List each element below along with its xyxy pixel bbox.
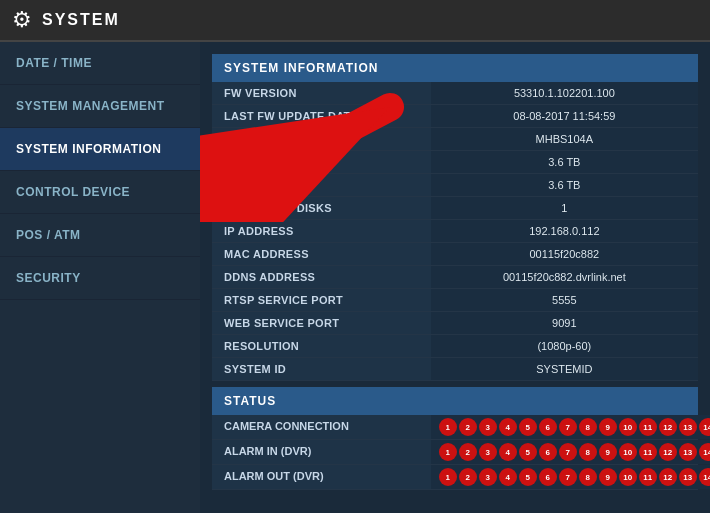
info-label: DISK CAPACITY (212, 151, 431, 174)
sidebar-item-security[interactable]: SECURITY (0, 257, 200, 300)
status-row: CAMERA CONNECTION12345678910111213141516 (212, 415, 698, 440)
header: ⚙ SYSTEM (0, 0, 710, 42)
sidebar: DATE / TIME SYSTEM MANAGEMENT SYSTEM INF… (0, 42, 200, 513)
page-title: SYSTEM (42, 11, 120, 29)
info-value: 3.6 TB (431, 151, 698, 174)
info-value: MHBS104A (431, 128, 698, 151)
camera-badge[interactable]: 6 (539, 468, 557, 486)
status-row: ALARM OUT (DVR)12345678910111213141516 (212, 465, 698, 490)
camera-badge[interactable]: 9 (599, 468, 617, 486)
camera-badge[interactable]: 8 (579, 418, 597, 436)
camera-badge[interactable]: 3 (479, 418, 497, 436)
info-label: DDNS ADDRESS (212, 266, 431, 289)
info-value: 53310.1.102201.100 (431, 82, 698, 105)
info-value: 1 (431, 197, 698, 220)
camera-badge[interactable]: 12 (659, 418, 677, 436)
info-value: 192.168.0.112 (431, 220, 698, 243)
camera-badge[interactable]: 10 (619, 418, 637, 436)
sidebar-item-control-device[interactable]: CONTROL DEVICE (0, 171, 200, 214)
table-row: DISK CAPACITY 3.6 TB (212, 151, 698, 174)
camera-badge[interactable]: 7 (559, 443, 577, 461)
status-label: CAMERA CONNECTION (212, 415, 431, 439)
camera-badge[interactable]: 13 (679, 443, 697, 461)
sidebar-item-system-information[interactable]: SYSTEM INFORMATION (0, 128, 200, 171)
camera-badge[interactable]: 14 (699, 468, 710, 486)
info-label: DISK USAGE (212, 174, 431, 197)
camera-badge[interactable]: 11 (639, 418, 657, 436)
camera-badge[interactable]: 2 (459, 468, 477, 486)
sidebar-item-system-management[interactable]: SYSTEM MANAGEMENT (0, 85, 200, 128)
camera-badge[interactable]: 3 (479, 468, 497, 486)
status-section: STATUS CAMERA CONNECTION1234567891011121… (212, 387, 698, 490)
camera-badge[interactable]: 8 (579, 468, 597, 486)
camera-badge[interactable]: 14 (699, 418, 710, 436)
info-value: 00115f20c882 (431, 243, 698, 266)
info-label: SYSTEM ID (212, 358, 431, 381)
table-row: WEB SERVICE PORT 9091 (212, 312, 698, 335)
camera-badge[interactable]: 2 (459, 443, 477, 461)
status-badges: 12345678910111213141516 (431, 465, 710, 489)
camera-badge[interactable]: 7 (559, 418, 577, 436)
table-row: RTSP SERVICE PORT 5555 (212, 289, 698, 312)
table-row: HW VERSION MHBS104A (212, 128, 698, 151)
table-row: SYSTEM ID SYSTEMID (212, 358, 698, 381)
camera-badge[interactable]: 1 (439, 468, 457, 486)
status-label: ALARM IN (DVR) (212, 440, 431, 464)
camera-badge[interactable]: 13 (679, 468, 697, 486)
info-value: 9091 (431, 312, 698, 335)
info-value: 00115f20c882.dvrlink.net (431, 266, 698, 289)
status-badges: 12345678910111213141516 (431, 415, 710, 439)
table-row: LAST FW UPDATE DATE 08-08-2017 11:54:59 (212, 105, 698, 128)
camera-badge[interactable]: 12 (659, 443, 677, 461)
info-label: RTSP SERVICE PORT (212, 289, 431, 312)
camera-badge[interactable]: 6 (539, 443, 557, 461)
info-label: WEB SERVICE PORT (212, 312, 431, 335)
status-badges: 12345678910111213141516 (431, 440, 710, 464)
camera-badge[interactable]: 8 (579, 443, 597, 461)
camera-badge[interactable]: 11 (639, 443, 657, 461)
camera-badge[interactable]: 12 (659, 468, 677, 486)
info-label: RESOLUTION (212, 335, 431, 358)
camera-badge[interactable]: 13 (679, 418, 697, 436)
info-value: 08-08-2017 11:54:59 (431, 105, 698, 128)
main-layout: DATE / TIME SYSTEM MANAGEMENT SYSTEM INF… (0, 42, 710, 513)
system-info-table: FW VERSION 53310.1.102201.100 LAST FW UP… (212, 82, 698, 381)
info-label: FW VERSION (212, 82, 431, 105)
system-icon: ⚙ (12, 7, 32, 33)
camera-badge[interactable]: 11 (639, 468, 657, 486)
camera-badge[interactable]: 10 (619, 468, 637, 486)
camera-badge[interactable]: 10 (619, 443, 637, 461)
info-label: NUMBER OF DISKS (212, 197, 431, 220)
sidebar-item-pos-atm[interactable]: POS / ATM (0, 214, 200, 257)
info-value: 5555 (431, 289, 698, 312)
info-label: MAC ADDRESS (212, 243, 431, 266)
table-row: FW VERSION 53310.1.102201.100 (212, 82, 698, 105)
info-value: SYSTEMID (431, 358, 698, 381)
camera-badge[interactable]: 1 (439, 443, 457, 461)
status-row: ALARM IN (DVR)12345678910111213141516 (212, 440, 698, 465)
camera-badge[interactable]: 4 (499, 443, 517, 461)
camera-badge[interactable]: 9 (599, 443, 617, 461)
camera-badge[interactable]: 9 (599, 418, 617, 436)
content-area: SYSTEM INFORMATION FW VERSION 53310.1.10… (200, 42, 710, 513)
table-row: IP ADDRESS 192.168.0.112 (212, 220, 698, 243)
sidebar-item-datetime[interactable]: DATE / TIME (0, 42, 200, 85)
table-row: DISK USAGE 3.6 TB (212, 174, 698, 197)
info-label: HW VERSION (212, 128, 431, 151)
camera-badge[interactable]: 4 (499, 418, 517, 436)
camera-badge[interactable]: 5 (519, 443, 537, 461)
table-row: NUMBER OF DISKS 1 (212, 197, 698, 220)
camera-badge[interactable]: 5 (519, 418, 537, 436)
camera-badge[interactable]: 6 (539, 418, 557, 436)
camera-badge[interactable]: 14 (699, 443, 710, 461)
info-value: (1080p-60) (431, 335, 698, 358)
camera-badge[interactable]: 5 (519, 468, 537, 486)
system-info-section: SYSTEM INFORMATION FW VERSION 53310.1.10… (212, 54, 698, 381)
camera-badge[interactable]: 3 (479, 443, 497, 461)
system-info-header: SYSTEM INFORMATION (212, 54, 698, 82)
camera-badge[interactable]: 7 (559, 468, 577, 486)
camera-badge[interactable]: 2 (459, 418, 477, 436)
camera-badge[interactable]: 1 (439, 418, 457, 436)
camera-badge[interactable]: 4 (499, 468, 517, 486)
table-row: DDNS ADDRESS 00115f20c882.dvrlink.net (212, 266, 698, 289)
